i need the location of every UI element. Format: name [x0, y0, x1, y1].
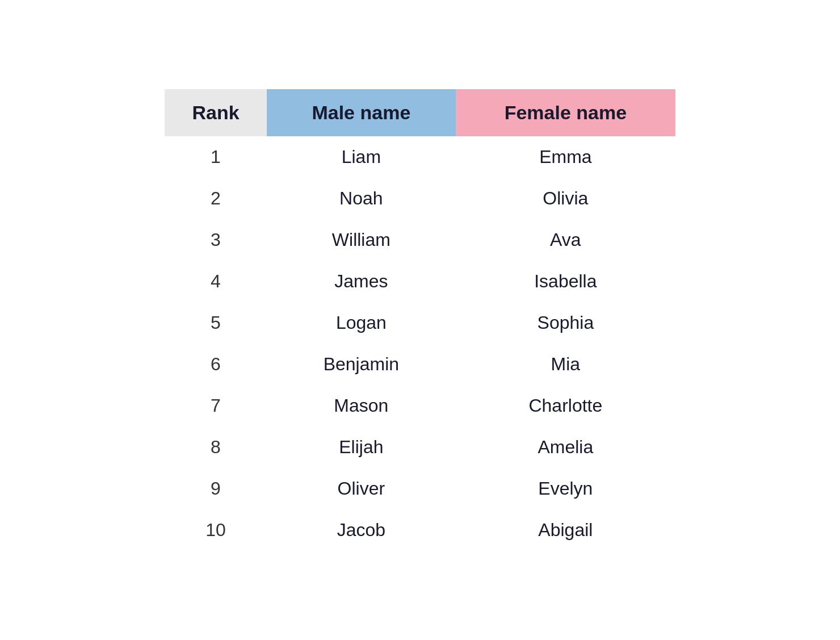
- rank-cell: 7: [165, 385, 267, 426]
- male-name-cell: Oliver: [267, 468, 456, 509]
- male-column-header: Male name: [267, 89, 456, 136]
- rank-cell: 8: [165, 426, 267, 468]
- rank-cell: 10: [165, 509, 267, 551]
- male-name-cell: Noah: [267, 178, 456, 219]
- table-row: 2NoahOlivia: [165, 178, 675, 219]
- table-row: 9OliverEvelyn: [165, 468, 675, 509]
- rank-cell: 3: [165, 219, 267, 261]
- table-row: 7MasonCharlotte: [165, 385, 675, 426]
- rank-cell: 6: [165, 344, 267, 385]
- table-row: 4JamesIsabella: [165, 261, 675, 302]
- male-name-cell: William: [267, 219, 456, 261]
- table-row: 6BenjaminMia: [165, 344, 675, 385]
- male-name-cell: Benjamin: [267, 344, 456, 385]
- rank-cell: 2: [165, 178, 267, 219]
- male-name-cell: Logan: [267, 302, 456, 344]
- female-name-cell: Amelia: [456, 426, 675, 468]
- female-name-cell: Charlotte: [456, 385, 675, 426]
- table-header-row: Rank Male name Female name: [165, 89, 675, 136]
- rank-cell: 5: [165, 302, 267, 344]
- rank-cell: 1: [165, 136, 267, 178]
- male-name-cell: Jacob: [267, 509, 456, 551]
- male-name-cell: Elijah: [267, 426, 456, 468]
- female-name-cell: Emma: [456, 136, 675, 178]
- table-row: 8ElijahAmelia: [165, 426, 675, 468]
- female-name-cell: Ava: [456, 219, 675, 261]
- female-name-cell: Mia: [456, 344, 675, 385]
- female-name-cell: Abigail: [456, 509, 675, 551]
- male-name-cell: James: [267, 261, 456, 302]
- rank-column-header: Rank: [165, 89, 267, 136]
- names-table-container: Rank Male name Female name 1LiamEmma2Noa…: [165, 89, 675, 551]
- female-name-cell: Evelyn: [456, 468, 675, 509]
- names-table: Rank Male name Female name 1LiamEmma2Noa…: [165, 89, 675, 551]
- female-column-header: Female name: [456, 89, 675, 136]
- table-row: 10JacobAbigail: [165, 509, 675, 551]
- rank-cell: 4: [165, 261, 267, 302]
- female-name-cell: Isabella: [456, 261, 675, 302]
- rank-cell: 9: [165, 468, 267, 509]
- female-name-cell: Olivia: [456, 178, 675, 219]
- male-name-cell: Mason: [267, 385, 456, 426]
- table-row: 3WilliamAva: [165, 219, 675, 261]
- female-name-cell: Sophia: [456, 302, 675, 344]
- table-row: 1LiamEmma: [165, 136, 675, 178]
- table-row: 5LoganSophia: [165, 302, 675, 344]
- male-name-cell: Liam: [267, 136, 456, 178]
